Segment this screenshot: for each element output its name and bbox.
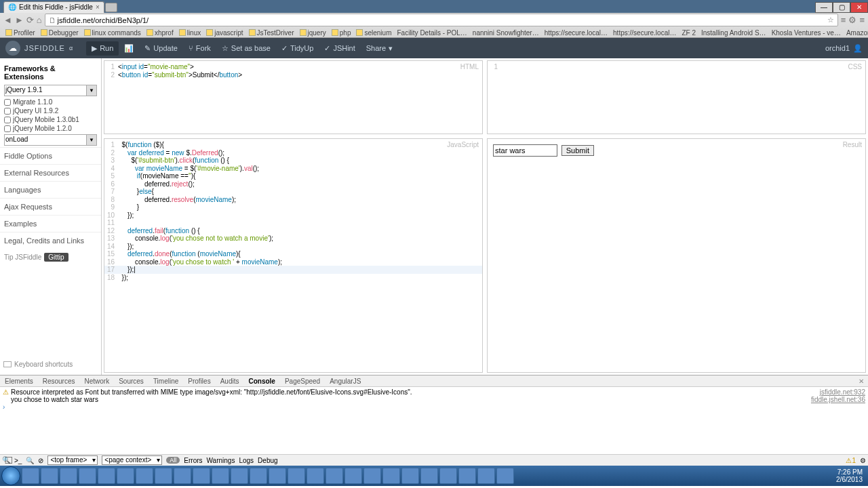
checkbox[interactable] <box>4 117 11 123</box>
taskbar-item[interactable] <box>174 468 191 484</box>
taskbar-item[interactable] <box>250 468 267 484</box>
console-toggle-icon[interactable]: >_ <box>14 457 22 464</box>
devtab-pagespeed[interactable]: PageSpeed <box>280 376 325 386</box>
bookmark-item[interactable]: JsTestDriver <box>247 29 296 37</box>
filter-debug[interactable]: Debug <box>258 457 277 464</box>
devtab-console[interactable]: Console <box>243 376 279 386</box>
bookmark-item[interactable]: https://secure.local… <box>611 29 678 37</box>
maximize-button[interactable]: ▢ <box>833 2 850 13</box>
update-button[interactable]: ✎Update <box>139 41 182 56</box>
home-button[interactable]: ⌂ <box>37 15 42 25</box>
bookmark-item[interactable]: Installing Android S… <box>699 29 768 37</box>
taskbar-item[interactable] <box>136 468 153 484</box>
browser-tab[interactable]: 🌐 Edit this Fiddle - jsFiddle × <box>3 1 104 13</box>
tidyup-button[interactable]: ✓TidyUp <box>276 41 319 56</box>
js-code[interactable]: $(function ($){ var deferred = new $.Def… <box>118 139 482 281</box>
sidebar-item-ajax-requests[interactable]: Ajax Requests <box>0 198 101 215</box>
taskbar-item[interactable] <box>60 468 77 484</box>
taskbar-item[interactable] <box>401 468 419 484</box>
devtab-network[interactable]: Network <box>80 376 115 386</box>
reload-button[interactable]: ⟳ <box>26 15 34 25</box>
taskbar-item[interactable] <box>117 468 134 484</box>
bookmark-item[interactable]: xhprof <box>144 29 176 37</box>
bookmark-item[interactable]: Khosla Ventures - ve… <box>770 29 843 37</box>
bookmark-item[interactable]: Profiler <box>3 29 37 37</box>
logo[interactable]: ☁ JSFIDDLE α <box>5 41 73 56</box>
bookmark-star-icon[interactable]: ☆ <box>827 16 834 24</box>
taskbar-item[interactable] <box>477 468 495 484</box>
lib-option[interactable]: jQuery UI 1.9.2 <box>0 106 101 115</box>
taskbar-item[interactable] <box>420 468 438 484</box>
console-body[interactable]: Resource interpreted as Font but transfe… <box>0 387 868 454</box>
forward-button[interactable]: ► <box>15 15 24 25</box>
address-bar[interactable]: 🗋 jsfiddle.net/orchid/BeN3p/1/ ☆ <box>45 14 838 26</box>
bookmark-item[interactable]: https://secure.local… <box>542 29 610 37</box>
taskbar-item[interactable] <box>212 468 229 484</box>
back-button[interactable]: ◄ <box>3 15 12 25</box>
devtab-resources[interactable]: Resources <box>38 376 80 386</box>
bookmark-item[interactable]: selenium <box>354 29 393 37</box>
close-tab-icon[interactable]: × <box>96 3 100 11</box>
checkbox[interactable] <box>4 108 11 115</box>
filter-all[interactable]: All <box>166 457 180 464</box>
devtab-angularjs[interactable]: AngularJS <box>325 376 366 386</box>
taskbar-item[interactable] <box>22 468 39 484</box>
taskbar-item[interactable] <box>41 468 58 484</box>
setbase-button[interactable]: ☆Set as base <box>216 41 276 56</box>
lib-option[interactable]: jQuery Mobile 1.2.0 <box>0 124 101 133</box>
menu-icon[interactable]: ≡ <box>859 15 865 25</box>
bookmark-item[interactable]: javascript <box>204 29 245 37</box>
html-pane[interactable]: HTML 12 <input id="movie-name"> <button … <box>104 60 483 134</box>
filter-logs[interactable]: Logs <box>239 457 254 464</box>
taskbar-item[interactable] <box>458 468 476 484</box>
sidebar-item-examples[interactable]: Examples <box>0 215 101 232</box>
console-prompt[interactable]: › <box>3 403 865 411</box>
js-pane[interactable]: JavaScript 123456789101112131415161718 $… <box>104 138 483 373</box>
sidebar-item-fiddle-options[interactable]: Fiddle Options <box>0 147 101 164</box>
devtab-sources[interactable]: Sources <box>114 376 149 386</box>
taskbar-item[interactable] <box>363 468 381 484</box>
taskbar-item[interactable] <box>326 468 343 484</box>
start-button[interactable] <box>1 466 20 485</box>
wrap-select[interactable]: onLoad <box>4 134 97 146</box>
taskbar-item[interactable] <box>269 468 286 484</box>
frame-select[interactable]: <top frame> <box>47 455 98 465</box>
checkbox[interactable] <box>4 125 11 132</box>
settings-gear-icon[interactable]: ⚙ <box>848 15 856 25</box>
keyboard-shortcuts[interactable]: Keyboard shortcuts <box>0 357 101 371</box>
bookmark-item[interactable]: jquery <box>298 29 328 37</box>
checkbox[interactable] <box>4 99 11 106</box>
taskbar-item[interactable] <box>288 468 305 484</box>
gittip-button[interactable]: Gittip <box>44 253 68 262</box>
lib-option[interactable]: jQuery Mobile 1.3.0b1 <box>0 115 101 124</box>
devtab-timeline[interactable]: Timeline <box>149 376 183 386</box>
bookmark-item[interactable]: php <box>330 29 353 37</box>
sidebar-item-legal[interactable]: Legal, Credits and Links <box>0 232 101 249</box>
submit-button[interactable]: Submit <box>561 145 594 156</box>
sidebar-item-languages[interactable]: Languages <box>0 181 101 198</box>
filter-warnings[interactable]: Warnings <box>207 457 235 464</box>
bookmark-item[interactable]: Amazon.com Associ… <box>844 29 868 37</box>
warning-count-icon[interactable]: ⚠1 <box>846 457 856 464</box>
css-code[interactable] <box>501 61 865 71</box>
bookmark-item[interactable]: Facility Details - POL… <box>395 29 469 37</box>
taskbar-item[interactable] <box>98 468 115 484</box>
minimize-button[interactable]: — <box>815 2 833 13</box>
inspect-icon[interactable]: 🔍⃞ <box>2 456 10 464</box>
taskbar-item[interactable] <box>155 468 172 484</box>
bookmark-item[interactable]: linux commands <box>82 29 143 37</box>
taskbar-item[interactable] <box>79 468 96 484</box>
filter-errors[interactable]: Errors <box>184 457 202 464</box>
search-icon[interactable]: 🔍 <box>26 457 34 464</box>
bookmark-item[interactable]: ZF 2 <box>679 29 698 37</box>
lib-option[interactable]: Migrate 1.1.0 <box>0 98 101 106</box>
bookmark-item[interactable]: nannini Snowfighter… <box>471 29 541 37</box>
library-select[interactable]: jQuery 1.9.1 <box>4 85 97 96</box>
close-window-button[interactable]: ✕ <box>850 2 868 13</box>
stats-button[interactable]: 📊 <box>119 41 139 56</box>
movie-name-input[interactable] <box>493 144 557 157</box>
devtab-profiles[interactable]: Profiles <box>183 376 215 386</box>
taskbar-item[interactable] <box>382 468 400 484</box>
new-tab-button[interactable] <box>105 3 117 12</box>
settings-gear-icon[interactable]: ⚙ <box>860 457 866 464</box>
